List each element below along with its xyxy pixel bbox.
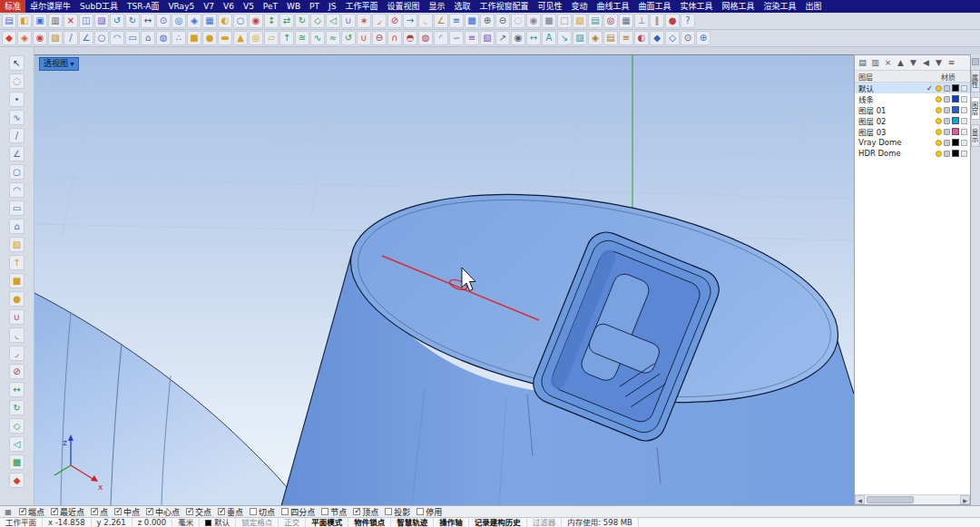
osnap-toggle[interactable]: 交点: [186, 506, 211, 518]
revolve[interactable]: ↺: [341, 31, 356, 45]
point[interactable]: •: [9, 92, 24, 107]
fillet-tool[interactable]: ◟: [9, 327, 24, 343]
line[interactable]: /: [64, 31, 78, 45]
osnap-toggle[interactable]: 停用: [416, 506, 442, 518]
scale-tool[interactable]: ◇: [9, 418, 24, 434]
rotate-tool[interactable]: ↻: [9, 400, 24, 415]
copy[interactable]: ◫: [79, 14, 93, 28]
status-toggle[interactable]: 记录建构历史: [469, 518, 527, 527]
osnap-toggle[interactable]: 节点: [321, 506, 347, 518]
layer-row[interactable]: 默认: [855, 83, 970, 93]
lock-icon[interactable]: [944, 107, 950, 113]
layer-color-swatch[interactable]: [952, 106, 959, 113]
cplane-button[interactable]: 工作平面: [0, 518, 43, 527]
lock-icon[interactable]: [944, 85, 950, 92]
layer-color-swatch[interactable]: [952, 139, 959, 146]
polyline[interactable]: ∠: [79, 31, 93, 45]
visibility-bulb-icon[interactable]: [936, 140, 942, 146]
mirror[interactable]: ◁: [326, 14, 340, 28]
menu-item[interactable]: WB: [282, 0, 305, 13]
help[interactable]: ?: [681, 14, 695, 28]
circle-tool[interactable]: ○: [9, 164, 24, 180]
layer-color-swatch[interactable]: [952, 117, 959, 124]
block[interactable]: ◈: [588, 31, 603, 45]
ortho-toggle[interactable]: ⊥: [634, 14, 649, 28]
filter-layers[interactable]: ▼: [933, 57, 945, 69]
extrude-curve[interactable]: ↑: [279, 31, 294, 45]
mirror-tool[interactable]: ◁: [9, 436, 24, 452]
box-tool[interactable]: ■: [9, 273, 24, 288]
osnap-toggle[interactable]: 最近点: [51, 506, 84, 518]
status-toggle[interactable]: 锁定格点: [236, 518, 279, 527]
material-icon[interactable]: [961, 129, 967, 135]
show-object[interactable]: ◉: [526, 14, 541, 28]
copy-object[interactable]: ⇄: [279, 14, 294, 28]
menu-item[interactable]: SubD工具: [75, 0, 122, 13]
status-toggle[interactable]: 过滤器: [527, 518, 563, 527]
visibility-bulb-icon[interactable]: [936, 96, 942, 102]
offset-surface[interactable]: ≡: [465, 31, 479, 45]
scrollbar-thumb[interactable]: [867, 496, 914, 503]
pan[interactable]: ↔: [141, 14, 155, 28]
render-preview[interactable]: ◐: [634, 31, 649, 45]
osnap-checkbox[interactable]: [416, 508, 424, 515]
osnap-toggle[interactable]: 垂点: [218, 506, 243, 518]
arc-tool[interactable]: ◠: [9, 182, 24, 198]
hide-object[interactable]: ◌: [511, 14, 525, 28]
material-icon[interactable]: [961, 151, 967, 157]
osnap-checkbox[interactable]: [385, 508, 392, 515]
osnap-checkbox[interactable]: [146, 508, 153, 515]
surface-from-curves[interactable]: ▧: [480, 31, 495, 45]
sphere-tool[interactable]: ●: [9, 291, 24, 307]
zdm-brush[interactable]: ◆: [2, 31, 16, 45]
visibility-bulb-icon[interactable]: [936, 107, 942, 113]
osnap-toggle[interactable]: 投影: [385, 506, 410, 518]
menu-item[interactable]: 可见性: [533, 0, 566, 13]
cut[interactable]: ×: [64, 14, 78, 28]
grid-snap-toggle[interactable]: ▦: [619, 14, 633, 28]
array-tool[interactable]: ▩: [9, 454, 24, 470]
fillet[interactable]: ◟: [418, 14, 433, 28]
status-toggle[interactable]: 正交: [279, 518, 306, 527]
visibility-bulb-icon[interactable]: [936, 129, 942, 135]
expand-layers[interactable]: ◀: [920, 57, 932, 69]
layer-tools[interactable]: ≡: [946, 57, 957, 69]
move-tool[interactable]: ↔: [9, 382, 24, 397]
scale[interactable]: ◇: [310, 14, 325, 28]
layer-state[interactable]: ≡: [619, 31, 633, 45]
shaded-view[interactable]: ◐: [218, 14, 232, 28]
menu-item[interactable]: 卓尔谟犀牛: [25, 0, 75, 13]
menu-item[interactable]: V7: [199, 0, 219, 13]
open-file[interactable]: ◧: [17, 14, 32, 28]
viewport-layout[interactable]: ▦: [202, 14, 217, 28]
scrollbar-track[interactable]: [865, 495, 960, 504]
print[interactable]: ▥: [48, 14, 63, 28]
osnap-toggle[interactable]: 中心点: [146, 506, 180, 518]
zoom-extents[interactable]: ◈: [187, 14, 201, 28]
boolean-tool[interactable]: ∪: [9, 309, 24, 325]
osnap-checkbox[interactable]: [51, 508, 58, 515]
osnap-grid-icon[interactable]: ▦: [4, 507, 13, 516]
panel-tab[interactable]: 属性: [971, 70, 980, 93]
menu-item[interactable]: 显示: [424, 0, 449, 13]
curve[interactable]: ∿: [9, 110, 24, 125]
group[interactable]: ⊕: [480, 14, 495, 28]
layer-manager[interactable]: ▧: [573, 14, 587, 28]
box[interactable]: ■: [187, 31, 201, 45]
sweep1[interactable]: ∿: [310, 31, 325, 45]
3d-viewport-canvas[interactable]: z x: [34, 55, 854, 505]
visibility-bulb-icon[interactable]: [936, 85, 942, 92]
object-properties[interactable]: ▤: [588, 14, 603, 28]
osnap-toggle[interactable]: 中点: [114, 506, 140, 518]
menu-item[interactable]: 工作平面: [340, 0, 382, 13]
options[interactable]: ⊙: [681, 31, 695, 45]
plane-surface[interactable]: ▱: [264, 31, 279, 45]
osnap-checkbox[interactable]: [281, 508, 289, 515]
lock-icon[interactable]: [944, 118, 950, 124]
lasso-select[interactable]: ◌: [9, 73, 24, 89]
move-layer-up[interactable]: ▲: [895, 57, 906, 69]
osnap-checkbox[interactable]: [250, 508, 257, 515]
layer-color-swatch[interactable]: [952, 84, 959, 92]
menu-item[interactable]: 曲线工具: [593, 0, 634, 13]
shell[interactable]: ◍: [418, 31, 433, 45]
